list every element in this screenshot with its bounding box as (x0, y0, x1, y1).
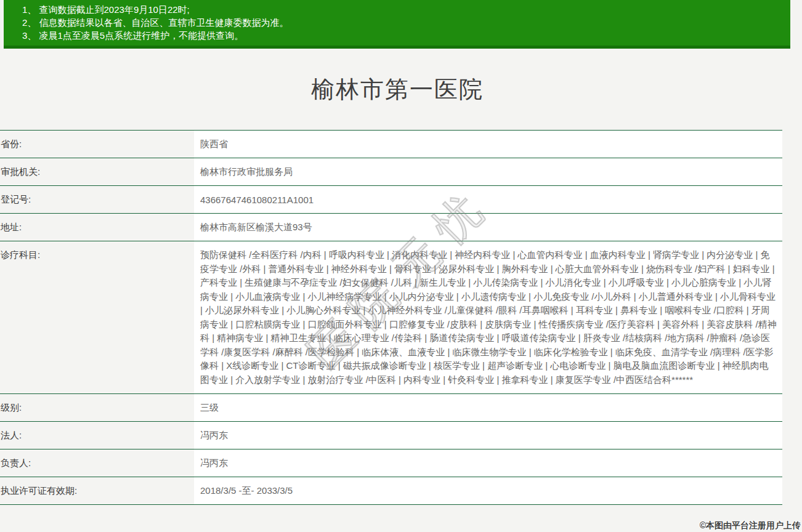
row-value: 冯丙东 (194, 422, 782, 449)
notice-line-3: 3、 凌晨1点至凌晨5点系统进行维护，不能提供查询。 (22, 29, 784, 42)
row-label: 级别: (0, 394, 194, 421)
table-row-legal-person: 法人: 冯丙东 (0, 422, 782, 449)
row-value: 榆林市高新区榆溪大道93号 (194, 214, 782, 241)
table-row-province: 省份: 陕西省 (0, 131, 782, 158)
notice-banner: 1、 查询数据截止到2023年9月10日22时; 2、 信息数据结果以各省、自治… (4, 0, 790, 49)
table-row-registration-number: 登记号: 43667647461080211A1001 (0, 186, 782, 214)
row-label: 地址: (0, 214, 194, 241)
info-table: 省份: 陕西省 审批机关: 榆林市行政审批服务局 登记号: 4366764746… (0, 130, 782, 505)
table-row-address: 地址: 榆林市高新区榆溪大道93号 (0, 214, 782, 241)
page-title: 榆林市第一医院 (0, 74, 795, 105)
row-label: 法人: (0, 422, 194, 449)
table-row-approval-authority: 审批机关: 榆林市行政审批服务局 (0, 158, 782, 186)
table-row-person-in-charge: 负责人: 冯丙东 (0, 449, 782, 477)
row-value: 三级 (194, 394, 782, 421)
upload-watermark: ©本图由平台注册用户上传 (700, 520, 801, 531)
row-label: 登记号: (0, 186, 194, 213)
table-row-level: 级别: 三级 (0, 394, 782, 422)
row-label: 审批机关: (0, 158, 194, 185)
row-label: 负责人: (0, 449, 194, 477)
row-value: 陕西省 (194, 131, 782, 158)
table-row-medical-subjects: 诊疗科目: 预防保健科 /全科医疗科 /内科 | 呼吸内科专业 | 消化内科专业… (0, 241, 782, 394)
row-label: 省份: (0, 131, 194, 158)
row-value: 冯丙东 (194, 449, 782, 477)
row-value: 43667647461080211A1001 (194, 186, 782, 213)
notice-line-1: 1、 查询数据截止到2023年9月10日22时; (22, 3, 784, 16)
row-label: 诊疗科目: (0, 241, 194, 393)
row-value: 2018/3/5 -至- 2033/3/5 (194, 477, 782, 504)
notice-line-2: 2、 信息数据结果以各省、自治区、直辖市卫生健康委数据为准。 (22, 16, 784, 29)
row-value: 预防保健科 /全科医疗科 /内科 | 呼吸内科专业 | 消化内科专业 | 神经内… (194, 241, 782, 393)
table-row-license-validity: 执业许可证有效期: 2018/3/5 -至- 2033/3/5 (0, 477, 782, 505)
row-value: 榆林市行政审批服务局 (194, 158, 782, 185)
row-label: 执业许可证有效期: (0, 477, 194, 504)
